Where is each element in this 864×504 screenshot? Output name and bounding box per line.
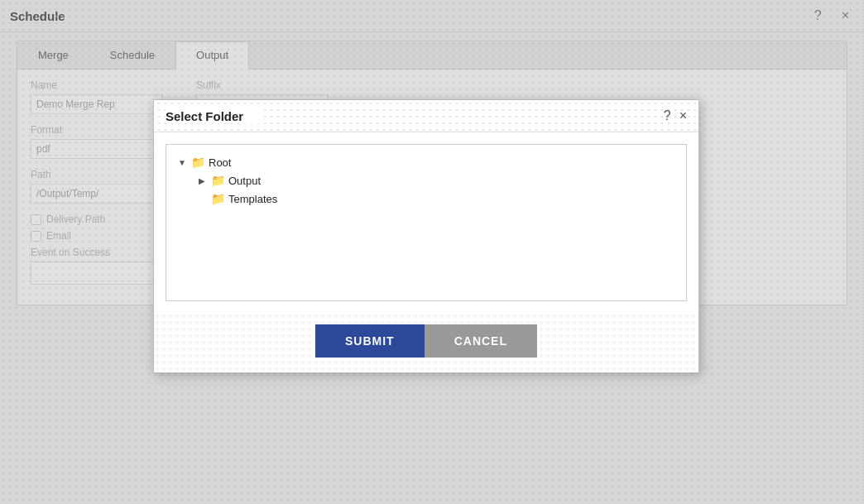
templates-chevron-icon xyxy=(196,194,208,204)
main-window: Schedule ? × Merge Schedule Output Name xyxy=(0,0,864,504)
tree-children: ▶ 📁 Output 📁 Templates xyxy=(193,171,679,208)
output-folder-icon: 📁 xyxy=(211,174,225,187)
root-label: Root xyxy=(209,156,231,169)
templates-label: Templates xyxy=(228,193,277,205)
output-label: Output xyxy=(228,175,261,187)
tree-item-output[interactable]: ▶ 📁 Output xyxy=(193,171,679,190)
output-chevron-icon: ▶ xyxy=(196,176,208,185)
cancel-modal-button[interactable]: CANCEL xyxy=(425,324,537,358)
submit-button[interactable]: SUBMIT xyxy=(315,324,425,358)
tree-item-root[interactable]: ▼ 📁 Root xyxy=(173,153,679,171)
templates-folder-icon: 📁 xyxy=(211,192,225,205)
root-chevron-icon: ▼ xyxy=(176,158,188,167)
modal-title: Select Folder xyxy=(166,109,260,123)
select-folder-modal: Select Folder ? × ▼ 📁 Root ▶ 📁 Output xyxy=(153,99,699,373)
tree-item-templates[interactable]: 📁 Templates xyxy=(193,190,679,208)
modal-title-bar: Select Folder ? × xyxy=(154,100,698,132)
modal-buttons: SUBMIT CANCEL xyxy=(154,313,698,372)
root-folder-icon: 📁 xyxy=(191,156,205,169)
modal-help-button[interactable]: ? xyxy=(664,108,671,123)
folder-tree: ▼ 📁 Root ▶ 📁 Output 📁 Templates xyxy=(166,144,687,301)
modal-title-controls: ? × xyxy=(664,108,687,123)
modal-close-button[interactable]: × xyxy=(679,108,687,123)
